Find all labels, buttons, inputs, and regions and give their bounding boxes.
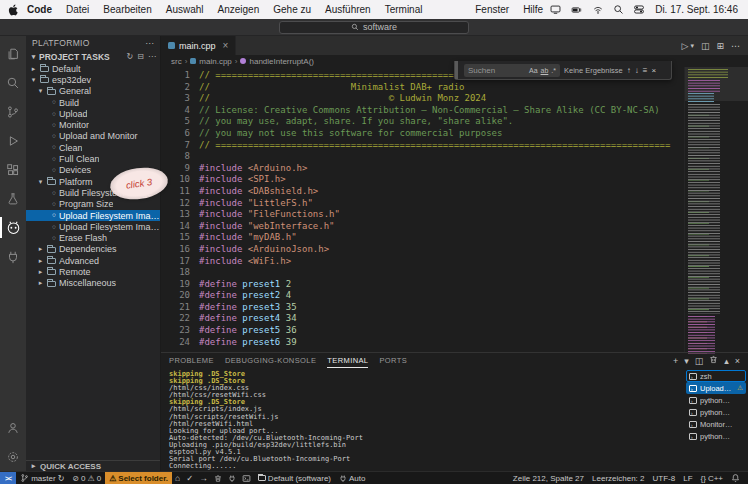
tree-item-advanced[interactable]: ▸Advanced — [26, 255, 160, 266]
breadcrumb-item-handleinterrupta[interactable]: handleInterruptA() — [249, 57, 313, 66]
terminal-list-item-upload[interactable]: Upload…⚠ — [686, 382, 746, 394]
serial-plug-icon[interactable] — [0, 242, 26, 271]
find-widget-grip[interactable] — [455, 61, 458, 79]
tree-item-esp32dev[interactable]: ▾esp32dev — [26, 74, 160, 85]
terminal-list-item-monitor[interactable]: Monitor… — [686, 418, 746, 430]
test-beaker-icon[interactable] — [0, 184, 26, 213]
menu-item-auswahl[interactable]: Auswahl — [159, 4, 211, 15]
battery-icon[interactable] — [570, 5, 583, 15]
settings-gear-icon[interactable] — [0, 442, 26, 471]
tree-item-general[interactable]: ▾General — [26, 86, 160, 97]
project-tasks-header[interactable]: ▾ PROJECT TASKS ↻ ⊟ ⋯ — [26, 50, 160, 63]
panel-tab-ports[interactable]: PORTS — [379, 353, 407, 368]
tree-item-dependencies[interactable]: ▸Dependencies — [26, 244, 160, 255]
tree-item-default[interactable]: ▸Default — [26, 63, 160, 74]
panel-tab-debugging-konsole[interactable]: DEBUGGING-KONSOLE — [225, 353, 316, 368]
minimap[interactable] — [684, 67, 748, 352]
pio-clean-button[interactable] — [211, 472, 225, 484]
apple-menu-icon[interactable] — [8, 4, 18, 16]
pio-terminal-button[interactable] — [239, 472, 254, 484]
source-control-icon[interactable] — [0, 97, 26, 126]
tree-item-upload-filesystem-image-ota[interactable]: ○Upload Filesystem Image OTA — [26, 221, 160, 232]
account-icon[interactable] — [0, 413, 26, 442]
eol-status[interactable]: LF — [679, 472, 696, 484]
language-mode[interactable]: {} C++ — [697, 472, 727, 484]
menu-item-hilfe[interactable]: Hilfe — [516, 4, 550, 15]
menu-item-ausf-hren[interactable]: Ausführen — [318, 4, 378, 15]
tab-main-cpp[interactable]: main.cpp × — [161, 36, 236, 55]
tree-item-miscellaneous[interactable]: ▸Miscellaneous — [26, 278, 160, 289]
notifications-bell-icon[interactable] — [727, 472, 744, 484]
terminal-list-item-python[interactable]: python… — [686, 406, 746, 418]
refresh-icon[interactable]: ↻ — [127, 52, 134, 61]
tree-item-program-size[interactable]: ○Program Size — [26, 199, 160, 210]
control-center-icon[interactable] — [633, 4, 645, 15]
pio-port-selector[interactable]: Auto — [335, 472, 369, 484]
terminal-list-item-python[interactable]: python… — [686, 394, 746, 406]
new-terminal-icon[interactable]: + — [673, 356, 678, 366]
menu-item-code[interactable]: Code — [20, 4, 59, 15]
panel-tab-probleme[interactable]: PROBLEME — [169, 353, 214, 368]
remote-indicator[interactable]: >< — [0, 472, 16, 484]
tab-close-icon[interactable]: × — [223, 40, 229, 51]
pio-home-button[interactable]: ⌂ — [172, 472, 183, 484]
select-folder-button[interactable]: ⚠ Select folder. — [105, 472, 172, 484]
platformio-icon[interactable] — [0, 213, 26, 242]
tree-item-clean[interactable]: ○Clean — [26, 142, 160, 153]
run-debug-icon[interactable] — [0, 126, 26, 155]
whole-word-icon[interactable]: ab — [541, 67, 549, 74]
maximize-panel-icon[interactable]: ▴ — [724, 356, 729, 366]
find-close-icon[interactable]: × — [651, 66, 656, 75]
menu-item-fenster[interactable]: Fenster — [468, 4, 516, 15]
terminal-list-item-zsh[interactable]: zsh — [686, 370, 746, 382]
problems-status[interactable]: ⊘ 0 ⚠ 0 — [68, 472, 105, 484]
find-next-icon[interactable]: ↓ — [635, 66, 639, 75]
tree-item-monitor[interactable]: ○Monitor — [26, 119, 160, 130]
extensions-icon[interactable] — [0, 155, 26, 184]
tree-item-upload[interactable]: ○Upload — [26, 108, 160, 119]
find-input[interactable]: Suchen Aa ab .* — [464, 64, 560, 77]
close-panel-icon[interactable]: × — [735, 356, 740, 366]
wifi-icon[interactable] — [592, 5, 604, 15]
search-icon[interactable] — [0, 68, 26, 97]
panel-tab-terminal[interactable]: TERMINAL — [327, 353, 368, 368]
more-actions-icon[interactable]: ⋯ — [148, 52, 156, 61]
pio-build-button[interactable]: ✓ — [183, 472, 196, 484]
breadcrumb-item-src[interactable]: src — [171, 57, 182, 66]
find-in-selection-icon[interactable]: ≡ — [643, 66, 648, 75]
indentation-status[interactable]: Leerzeichen: 2 — [588, 472, 648, 484]
find-previous-icon[interactable]: ↑ — [627, 66, 631, 75]
quick-access-header[interactable]: ▸ QUICK ACCESS — [26, 460, 160, 471]
editor-pane[interactable]: 1// ====================================… — [161, 67, 748, 352]
code-area[interactable]: 1// ====================================… — [161, 67, 684, 352]
menu-item-terminal[interactable]: Terminal — [378, 4, 430, 15]
search-icon[interactable] — [613, 4, 624, 15]
tree-item-remote[interactable]: ▸Remote — [26, 266, 160, 277]
more-actions-icon[interactable]: ⋯ — [145, 38, 154, 48]
split-editor-icon[interactable]: ◫ — [701, 41, 710, 51]
tree-item-full-clean[interactable]: ○Full Clean — [26, 153, 160, 164]
more-actions-icon[interactable]: ⋯ — [731, 41, 740, 51]
kill-terminal-icon[interactable] — [709, 355, 718, 366]
explorer-icon[interactable] — [0, 39, 26, 68]
tree-item-erase-flash[interactable]: ○Erase Flash — [26, 232, 160, 243]
terminal-list-item-python[interactable]: python… — [686, 430, 746, 442]
split-terminal-icon[interactable]: ◫ — [695, 356, 704, 366]
command-center-search[interactable]: software — [279, 21, 469, 34]
menu-item-bearbeiten[interactable]: Bearbeiten — [96, 4, 158, 15]
breadcrumb-item-main-cpp[interactable]: main.cpp — [199, 57, 231, 66]
branch-status[interactable]: master ↻ — [16, 472, 68, 484]
tree-item-upload-filesystem-image[interactable]: ○Upload Filesystem Image — [26, 210, 160, 221]
pio-env-selector[interactable]: Default (software) — [254, 472, 335, 484]
tree-item-upload-and-monitor[interactable]: ○Upload and Monitor — [26, 131, 160, 142]
encoding-status[interactable]: UTF-8 — [649, 472, 680, 484]
pio-upload-button[interactable]: → — [196, 472, 211, 484]
layout-icon[interactable]: ⊞ — [716, 41, 724, 51]
cursor-position[interactable]: Zeile 212, Spalte 27 — [509, 472, 588, 484]
terminal-dropdown-icon[interactable]: ▾ — [684, 356, 689, 366]
menu-item-gehe-zu[interactable]: Gehe zu — [266, 4, 318, 15]
menu-item-datei[interactable]: Datei — [59, 4, 96, 15]
terminal-output[interactable]: skipping .DS_Storeskipping .DS_Store/htm… — [161, 368, 684, 471]
tree-item-build[interactable]: ○Build — [26, 97, 160, 108]
regex-icon[interactable]: .* — [551, 67, 556, 74]
